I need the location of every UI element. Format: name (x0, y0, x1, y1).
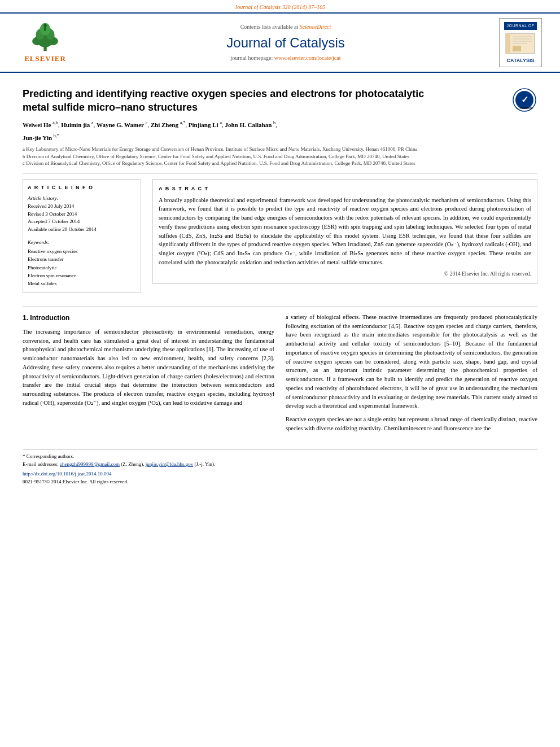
elsevier-logo-area: ELSEVIER (11, 21, 79, 64)
journal-logo-bottom-text: CATALYSIS (504, 58, 536, 64)
keyword-4: Electron spin resonance (28, 272, 136, 279)
journal-cover-icon (505, 32, 536, 55)
journal-header: ELSEVIER Contents lists available at Sci… (0, 12, 560, 73)
author-pinjiang: Pinjiang Li (189, 121, 218, 128)
author-junjie: Jun-jie Yin (23, 134, 52, 141)
author-zhi: Zhi Zheng (151, 121, 178, 128)
keyword-5: Metal sulfides (28, 279, 136, 287)
rule-after-affiliations (23, 173, 537, 173)
elsevier-label: ELSEVIER (24, 54, 66, 64)
affiliations: a Key Laboratory of Micro-Nano Materials… (23, 146, 537, 167)
journal-logo-top-text: JOURNAL OF (504, 22, 536, 30)
svg-rect-15 (513, 46, 521, 51)
main-content: Predicting and identifying reactive oxyg… (0, 73, 560, 498)
keyword-1: Reactive oxygen species (28, 247, 136, 255)
body-columns: 1. Introduction The increasing importanc… (23, 313, 537, 438)
article-info-abstract-area: A R T I C L E I N F O Article history: R… (23, 179, 537, 298)
journal-center-info: Contents lists available at ScienceDirec… (79, 23, 492, 63)
abstract-col: A B S T R A C T A broadly applicable the… (152, 179, 537, 298)
sciencedirect-link[interactable]: ScienceDirect (300, 24, 331, 30)
author-weiwei: Weiwei He (23, 121, 51, 128)
article-info-header: A R T I C L E I N F O (28, 184, 136, 191)
crossmark-area: ✓ CrossMark (512, 88, 537, 116)
footnote-emails: E-mail addresses: zhengzhi999999@gmail.c… (23, 461, 537, 468)
available-date: Available online 28 October 2014 (28, 226, 136, 234)
received-date: Received 20 July 2014 (28, 203, 136, 211)
history-label: Article history: (28, 195, 136, 202)
copyright-line: © 2014 Elsevier Inc. All rights reserved… (159, 270, 531, 278)
article-info-col: A R T I C L E I N F O Article history: R… (23, 179, 141, 298)
contents-available: Contents lists available at ScienceDirec… (79, 23, 492, 31)
body-content: 1. Introduction The increasing importanc… (23, 307, 537, 486)
svg-text:CrossMark: CrossMark (516, 106, 533, 110)
journal-citation: Journal of Catalysis 320 (2014) 97–105 (0, 0, 560, 12)
keyword-2: Electrons transfer (28, 255, 136, 263)
elsevier-tree-icon (25, 21, 65, 53)
title-area: Predicting and identifying reactive oxyg… (23, 88, 537, 114)
email-link-1[interactable]: zhengzhi999999@gmail.com (60, 461, 120, 467)
keywords-label: Keywords: (28, 239, 136, 246)
abstract-header: A B S T R A C T (159, 185, 531, 193)
journal-homepage: journal homepage: www.elsevier.com/locat… (79, 54, 492, 62)
svg-rect-10 (506, 33, 510, 54)
article-title: Predicting and identifying reactive oxyg… (23, 88, 452, 114)
abstract-text: A broadly applicable theoretical and exp… (159, 196, 531, 267)
revised-date: Revised 3 October 2014 (28, 211, 136, 219)
author-john: John H. Callahan (225, 121, 272, 128)
body-para-2: a variety of biological effects. These r… (286, 313, 537, 410)
author-huimin: Huimin jia (61, 121, 90, 128)
body-para-3: Reactive oxygen species are not a single… (286, 415, 537, 433)
section-1-heading: 1. Introduction (23, 313, 274, 323)
author-wayne: Wayne G. Wamer (97, 121, 144, 128)
homepage-url[interactable]: www.elsevier.com/locate/jcat (274, 55, 341, 61)
svg-rect-8 (44, 27, 46, 30)
authors-line2: Jun-jie Yin b,* (23, 133, 537, 142)
affiliation-b: b Division of Analytical Chemistry, Offi… (23, 153, 537, 160)
affiliation-c: c Division of Bioanalytical Chemistry, O… (23, 160, 537, 167)
body-rule (23, 307, 537, 307)
doi-line: http://dx.doi.org/10.1016/j.jcat.2014.10… (23, 470, 537, 478)
crossmark-icon: ✓ CrossMark (512, 88, 537, 113)
accepted-date: Accepted 7 October 2014 (28, 218, 136, 226)
keywords-section: Keywords: Reactive oxygen species Electr… (28, 239, 136, 288)
body-col-1: 1. Introduction The increasing importanc… (23, 313, 274, 438)
affiliation-a: a Key Laboratory of Micro-Nano Materials… (23, 146, 537, 153)
body-para-1: The increasing importance of semiconduct… (23, 327, 274, 408)
journal-logo-box-area: JOURNAL OF CATALYSIS (492, 18, 549, 67)
footnotes-section: * Corresponding authors. E-mail addresse… (23, 449, 537, 486)
footnote-corresponding: * Corresponding authors. (23, 453, 537, 460)
journal-title: Journal of Catalysis (79, 33, 492, 53)
body-col-2: a variety of biological effects. These r… (286, 313, 537, 438)
history-section: Article history: Received 20 July 2014 R… (28, 195, 136, 234)
doi-link[interactable]: http://dx.doi.org/10.1016/j.jcat.2014.10… (23, 470, 537, 478)
email-link-2[interactable]: junjie.yin@fda.hhs.gov (146, 461, 194, 467)
issn-line: 0021-9517/© 2014 Elsevier Inc. All right… (23, 478, 537, 486)
svg-text:✓: ✓ (521, 95, 528, 104)
svg-point-7 (43, 24, 47, 28)
keyword-3: Photocatalytic (28, 264, 136, 272)
authors-line1: Weiwei He a,b, Huimin jia a, Wayne G. Wa… (23, 120, 537, 129)
